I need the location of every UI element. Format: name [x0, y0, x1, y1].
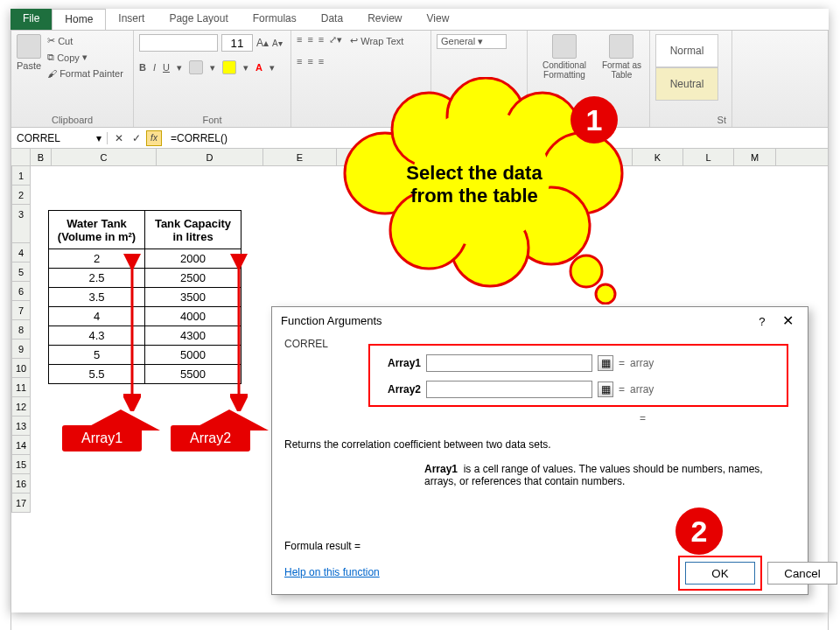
row-header-12[interactable]: 12 — [11, 397, 31, 416]
cut-button[interactable]: ✂Cut — [45, 34, 126, 47]
italic-button[interactable]: I — [153, 62, 156, 73]
array1-ref-icon[interactable]: ▦ — [598, 355, 613, 371]
group-styles-label: St — [655, 113, 726, 125]
row-header-16[interactable]: 16 — [11, 474, 31, 494]
dialog-arg-help: Array1 is a cell range of values. The va… — [424, 463, 783, 487]
paste-icon[interactable] — [17, 34, 41, 59]
row-header-13[interactable]: 13 — [11, 416, 31, 436]
align-center-icon[interactable]: ≡ — [307, 56, 312, 66]
chevron-down-icon[interactable]: ▾ — [96, 132, 102, 144]
row-header-15[interactable]: 15 — [11, 455, 31, 474]
row-header-1[interactable]: 1 — [11, 166, 31, 186]
tab-home[interactable]: Home — [52, 9, 106, 30]
dialog-title: Function Arguments — [281, 314, 382, 327]
col-header-C[interactable]: C — [52, 149, 157, 165]
wrap-text-button[interactable]: ↩Wrap Text — [347, 34, 406, 47]
col-header-B[interactable]: B — [31, 149, 52, 165]
tab-view[interactable]: View — [415, 9, 462, 30]
row-header-5[interactable]: 5 — [11, 262, 31, 282]
dialog-close-icon[interactable]: ✕ — [777, 313, 799, 328]
cancel-button[interactable]: Cancel — [767, 562, 837, 584]
svg-point-14 — [596, 284, 615, 304]
eq-sign: = — [619, 357, 625, 369]
tab-insert[interactable]: Insert — [106, 9, 157, 30]
row-header-7[interactable]: 7 — [11, 301, 31, 320]
align-mid-icon[interactable]: ≡ — [307, 34, 312, 47]
format-painter-button[interactable]: 🖌Format Painter — [45, 67, 126, 80]
grow-font-icon[interactable]: A▴ — [256, 37, 269, 49]
underline-button[interactable]: U — [163, 62, 170, 73]
tab-formulas[interactable]: Formulas — [241, 9, 309, 30]
brush-icon: 🖌 — [47, 68, 57, 79]
table-row: 55000 — [49, 346, 242, 365]
number-format-select[interactable]: General ▾ — [437, 34, 507, 49]
array1-preview: array — [630, 357, 654, 369]
style-neutral[interactable]: Neutral — [655, 67, 718, 101]
bold-button[interactable]: B — [139, 62, 146, 73]
col-header-water-tank: Water Tank(Volume in m²) — [49, 211, 145, 249]
group-clipboard-label: Clipboard — [17, 113, 128, 125]
shrink-font-icon[interactable]: A▾ — [272, 38, 283, 48]
font-color-icon[interactable]: A — [256, 62, 262, 73]
annotation-step-1: 1 — [570, 96, 618, 144]
data-table: Water Tank(Volume in m²) Tank Capacityin… — [48, 210, 242, 384]
formula-result-label: Formula result = — [284, 540, 360, 552]
row-header-10[interactable]: 10 — [11, 359, 31, 378]
array1-input[interactable] — [426, 354, 592, 372]
help-link[interactable]: Help on this function — [284, 566, 380, 578]
accept-formula-icon[interactable]: ✓ — [129, 130, 144, 146]
copy-icon: ⧉ — [47, 52, 54, 63]
tab-page-layout[interactable]: Page Layout — [157, 9, 240, 30]
group-font-label: Font — [139, 113, 285, 125]
col-header-M[interactable]: M — [734, 149, 776, 165]
tab-review[interactable]: Review — [355, 9, 414, 30]
align-bot-icon[interactable]: ≡ — [318, 34, 324, 47]
orientation-icon[interactable]: ⤢▾ — [329, 34, 342, 47]
col-header-capacity: Tank Capacityin litres — [145, 211, 242, 249]
align-right-icon[interactable]: ≡ — [318, 56, 324, 66]
row-header-14[interactable]: 14 — [11, 436, 31, 455]
row-header-9[interactable]: 9 — [11, 340, 31, 359]
table-row: 44000 — [49, 307, 242, 326]
row-header-6[interactable]: 6 — [11, 282, 31, 301]
row-header-17[interactable]: 17 — [11, 494, 31, 513]
col-header-K[interactable]: K — [633, 149, 683, 165]
array1-label: Array1 — [62, 425, 142, 452]
row-header-4[interactable]: 4 — [11, 243, 31, 262]
name-box[interactable]: CORREL▾ — [11, 132, 108, 144]
col-header-L[interactable]: L — [683, 149, 734, 165]
font-size-select[interactable] — [221, 34, 253, 52]
ok-button[interactable]: OK — [685, 562, 755, 584]
font-family-select[interactable] — [139, 34, 218, 52]
row-header-8[interactable]: 8 — [11, 320, 31, 340]
col-header-D[interactable]: D — [157, 149, 263, 165]
fill-color-icon[interactable] — [222, 60, 236, 74]
format-as-table-icon[interactable] — [609, 34, 634, 59]
align-top-icon[interactable]: ≡ — [297, 34, 302, 47]
array2-arrow — [230, 254, 248, 411]
paste-label: Paste — [17, 60, 41, 71]
array2-ref-icon[interactable]: ▦ — [598, 382, 613, 397]
tab-file[interactable]: File — [10, 9, 52, 30]
row-header-3[interactable]: 3 — [11, 205, 31, 243]
array2-label: Array2 — [171, 425, 250, 452]
tab-data[interactable]: Data — [309, 9, 355, 30]
style-normal[interactable]: Normal — [655, 34, 718, 67]
annotation-step-2: 2 — [676, 508, 723, 555]
callout-text: Select the data from the table — [343, 162, 606, 207]
svg-point-13 — [570, 256, 602, 287]
cancel-formula-icon[interactable]: ✕ — [111, 130, 127, 146]
fx-icon[interactable]: fx — [146, 130, 162, 146]
align-left-icon[interactable]: ≡ — [297, 56, 302, 66]
table-row: 2.52500 — [49, 269, 242, 288]
row-header-2[interactable]: 2 — [11, 186, 31, 205]
dialog-help-icon[interactable]: ? — [750, 315, 774, 328]
table-row: 3.53500 — [49, 288, 242, 307]
array2-input[interactable] — [426, 381, 592, 398]
row-header-11[interactable]: 11 — [11, 378, 31, 397]
scissors-icon: ✂ — [47, 35, 55, 46]
conditional-formatting-icon[interactable] — [552, 34, 577, 59]
border-icon[interactable] — [189, 60, 203, 74]
array2-preview: array — [630, 383, 654, 396]
copy-button[interactable]: ⧉Copy ▾ — [45, 51, 126, 64]
